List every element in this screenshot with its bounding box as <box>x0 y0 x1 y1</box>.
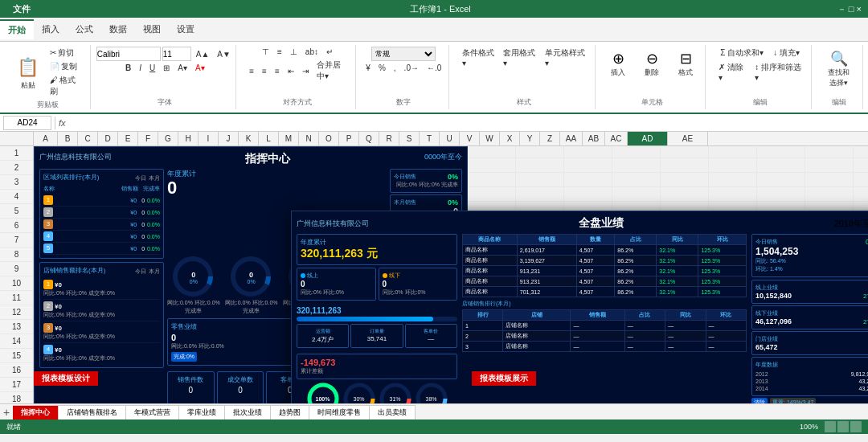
add-sheet-button[interactable]: + <box>0 406 13 419</box>
col-header-h[interactable]: H <box>178 132 199 145</box>
merge-center-button[interactable]: 合并居中▾ <box>313 59 349 83</box>
col-header-p[interactable]: P <box>339 132 359 145</box>
sort-filter-button[interactable]: ↕ 排序和筛选▾ <box>751 61 805 83</box>
col-header-e[interactable]: E <box>118 132 138 145</box>
col-header-b[interactable]: B <box>58 132 78 145</box>
col-header-w[interactable]: W <box>480 132 500 145</box>
sheet-tab-1[interactable]: 店铺销售额排名 <box>59 405 126 419</box>
file-menu-btn[interactable]: 文件 <box>6 2 37 16</box>
font-color-button[interactable]: A▾ <box>192 63 208 73</box>
col-header-ac[interactable]: AC <box>605 132 628 145</box>
font-size-select[interactable] <box>162 47 191 61</box>
align-top-button[interactable]: ⊤ <box>259 47 272 57</box>
indent-decrease-button[interactable]: ⇤ <box>285 66 297 76</box>
page-break-view-btn[interactable] <box>850 421 862 432</box>
wrap-text-button[interactable]: ↵ <box>323 47 336 57</box>
col-header-o[interactable]: O <box>319 132 339 145</box>
col-header-d[interactable]: D <box>98 132 118 145</box>
find-select-button[interactable]: 🔍 查找和选择▾ <box>823 47 855 92</box>
conditional-format-button[interactable]: 条件格式▾ <box>459 47 498 68</box>
tab-view[interactable]: 视图 <box>135 20 169 39</box>
fill-button[interactable]: ↓ 填充▾ <box>770 47 803 59</box>
col-header-r[interactable]: R <box>379 132 399 145</box>
text-orient-button[interactable]: ab↕ <box>302 47 321 57</box>
insert-button[interactable]: ⊕ 插入 <box>602 47 634 81</box>
align-left-button[interactable]: ≡ <box>246 66 257 76</box>
col-header-g[interactable]: G <box>158 132 178 145</box>
formula-input[interactable] <box>69 116 865 130</box>
tab-settings[interactable]: 设置 <box>169 20 203 39</box>
format-painter-button[interactable]: 🖌 格式刷 <box>47 74 84 98</box>
cells-label: 单元格 <box>641 96 663 108</box>
fill-color-button[interactable]: A▾ <box>174 63 190 73</box>
deals-label: 成交单数 <box>221 375 260 384</box>
indent-increase-button[interactable]: ⇥ <box>299 66 312 76</box>
sheet-tab-2[interactable]: 年模式营营 <box>126 405 179 419</box>
sheet-tab-6[interactable]: 时间维度零售 <box>309 405 370 419</box>
border-button[interactable]: ⊞ <box>160 63 173 73</box>
metric-customer-label: 客单价 <box>409 328 453 335</box>
tab-data[interactable]: 数据 <box>101 20 135 39</box>
align-bottom-button[interactable]: ⊥ <box>287 47 301 57</box>
tab-home[interactable]: 开始 <box>0 19 34 39</box>
col-header-ab[interactable]: AB <box>583 132 605 145</box>
col-header-c[interactable]: C <box>78 132 98 145</box>
clear-button[interactable]: ✗ 清除▾ <box>715 61 748 83</box>
col-header-n[interactable]: N <box>299 132 319 145</box>
col-header-m[interactable]: M <box>279 132 299 145</box>
badge-clear[interactable]: 清除 <box>751 398 768 403</box>
increase-font-button[interactable]: A▲ <box>193 49 213 59</box>
col-header-aa[interactable]: AA <box>560 132 583 145</box>
page-view-btn[interactable] <box>837 421 849 432</box>
decrease-font-button[interactable]: A▼ <box>214 49 234 59</box>
col-header-s[interactable]: S <box>399 132 420 145</box>
format-table-button[interactable]: 套用格式▾ <box>500 47 539 68</box>
tab-insert[interactable]: 插入 <box>34 20 68 39</box>
col-header-u[interactable]: U <box>440 132 460 145</box>
align-right-button[interactable]: ≡ <box>272 66 283 76</box>
cell-reference-input[interactable] <box>3 116 51 130</box>
col-header-ad[interactable]: AD <box>628 132 668 145</box>
comma-button[interactable]: , <box>391 63 399 73</box>
currency-button[interactable]: ¥ <box>362 63 374 73</box>
col-header-q[interactable]: Q <box>359 132 379 145</box>
percent-button[interactable]: % <box>375 63 389 73</box>
normal-view-btn[interactable] <box>825 421 836 432</box>
bold-button[interactable]: B <box>122 63 134 73</box>
underline-button[interactable]: U <box>146 63 158 73</box>
col-header-y[interactable]: Y <box>520 132 540 145</box>
align-middle-button[interactable]: ≡ <box>274 47 285 57</box>
col-header-x[interactable]: X <box>500 132 520 145</box>
sheet-tab-0[interactable]: 指挥中心 <box>13 405 59 419</box>
tab-formula[interactable]: 公式 <box>68 20 101 39</box>
cut-button[interactable]: ✂ 剪切 <box>47 47 84 59</box>
sheet-tab-5[interactable]: 趋势图 <box>271 405 309 419</box>
format-button[interactable]: ⊟ 格式 <box>669 47 702 81</box>
col-header-i[interactable]: I <box>199 132 219 145</box>
col-header-t[interactable]: T <box>420 132 440 145</box>
paste-button[interactable]: 📋 粘贴 <box>11 51 45 94</box>
number-format-select[interactable]: 常规 <box>371 47 436 61</box>
col-header-z[interactable]: Z <box>540 132 560 145</box>
col-header-f[interactable]: F <box>138 132 158 145</box>
store-item-4: 4 ¥0 同比:0% 环比:0% 成交率:0% <box>43 343 160 364</box>
delete-button[interactable]: ⊖ 删除 <box>636 47 668 81</box>
sheet-tab-4[interactable]: 批次业绩 <box>225 405 271 419</box>
col-header-j[interactable]: J <box>219 132 239 145</box>
badge-reset[interactable]: 重置: 149%/3.47 <box>770 398 816 403</box>
decimal-increase-button[interactable]: .0→ <box>401 63 422 73</box>
copy-button[interactable]: 📄 复制 <box>47 60 84 73</box>
cell-style-button[interactable]: 单元格样式▾ <box>542 47 589 68</box>
autosum-button[interactable]: Σ 自动求和▾ <box>717 47 767 59</box>
sheet-tab-3[interactable]: 零库业绩 <box>179 405 225 419</box>
italic-button[interactable]: I <box>136 63 145 73</box>
col-header-ae[interactable]: AE <box>668 132 708 145</box>
align-center-button[interactable]: ≡ <box>259 66 270 76</box>
col-header-l[interactable]: L <box>259 132 279 145</box>
col-header-v[interactable]: V <box>460 132 480 145</box>
col-header-a[interactable]: A <box>34 132 58 145</box>
col-header-k[interactable]: K <box>239 132 259 145</box>
decimal-decrease-button[interactable]: ←.0 <box>424 63 444 73</box>
sheet-tab-7[interactable]: 出员卖绩 <box>370 405 416 419</box>
font-family-select[interactable] <box>96 47 161 61</box>
